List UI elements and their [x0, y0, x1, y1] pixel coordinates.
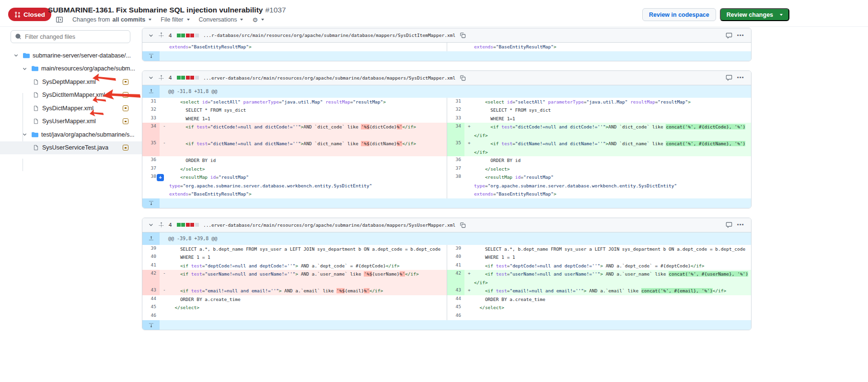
- line-number[interactable]: 32: [142, 106, 160, 115]
- line-number[interactable]: [447, 43, 464, 51]
- comment-icon[interactable]: [726, 74, 732, 81]
- diff-row: 43- <if test="email!=null and email!=''"…: [142, 287, 751, 295]
- comment-icon[interactable]: [726, 221, 732, 228]
- expand-down-button[interactable]: [142, 320, 160, 330]
- tree-folder-row[interactable]: main/resources/org/apache/subm...: [0, 62, 142, 76]
- code-line: WHERE 1=1: [474, 115, 751, 123]
- diffstat-squares: [176, 34, 199, 37]
- line-number[interactable]: 44: [447, 295, 464, 304]
- line-number[interactable]: 33: [142, 115, 160, 123]
- line-number[interactable]: 37: [447, 165, 464, 174]
- drag-handle-icon[interactable]: [158, 222, 164, 228]
- diff-row: 34- <if test="dictCode!=null and dictCod…: [142, 123, 751, 139]
- diff-row: 40 WHERE 1 = 140 WHERE 1 = 1: [142, 253, 751, 262]
- line-number[interactable]: 46: [142, 312, 160, 321]
- diff-row: 31 <select id="selectAll" parameterType=…: [142, 98, 751, 106]
- tree-label: main/resources/org/apache/subm...: [41, 65, 135, 72]
- collapse-chevron-icon[interactable]: [148, 75, 154, 81]
- line-number[interactable]: 40: [142, 253, 160, 262]
- modified-icon: [123, 118, 128, 124]
- line-number[interactable]: 37: [142, 165, 160, 174]
- chevron-down-icon: [240, 19, 243, 21]
- expand-up-button[interactable]: [142, 232, 160, 245]
- collapse-chevron-icon[interactable]: [148, 33, 154, 38]
- line-number[interactable]: 45: [142, 303, 160, 312]
- line-number[interactable]: 34: [447, 123, 464, 139]
- tree-folder-row[interactable]: test/java/org/apache/submarine/s...: [0, 128, 142, 141]
- line-number[interactable]: 46: [447, 312, 464, 321]
- kebab-menu-icon[interactable]: ⋯: [737, 31, 746, 40]
- diff-row: 36 ORDER BY id36 ORDER BY id: [142, 156, 751, 165]
- line-number[interactable]: 38: [447, 173, 464, 198]
- filter-files-box[interactable]: [11, 30, 130, 43]
- review-changes-button[interactable]: Review changes: [720, 8, 789, 21]
- tree-label: SysDictItemMapper.xml: [42, 92, 105, 98]
- diff-settings-dropdown[interactable]: ⚙: [252, 16, 264, 23]
- expand-down-button[interactable]: [142, 198, 160, 208]
- drag-handle-icon[interactable]: [158, 75, 164, 81]
- line-number[interactable]: 36: [447, 156, 464, 165]
- file-filter-dropdown[interactable]: File filter: [161, 16, 189, 23]
- file-icon: [32, 105, 40, 111]
- line-number[interactable]: [142, 43, 160, 51]
- expand-up-button[interactable]: [142, 85, 160, 98]
- modified-icon: [123, 92, 128, 98]
- line-number[interactable]: 34: [142, 123, 160, 139]
- line-number[interactable]: 35: [447, 139, 464, 156]
- line-number[interactable]: 39: [447, 245, 464, 254]
- file-path: ...erver-database/src/main/resources/org…: [203, 222, 455, 228]
- code-line: </select>: [474, 165, 751, 174]
- diff-sign: +: [468, 123, 471, 128]
- line-number[interactable]: 39: [142, 245, 160, 254]
- tree-file-row[interactable]: SysUserServiceTest.java: [0, 141, 142, 155]
- line-number[interactable]: 31: [447, 98, 464, 106]
- line-number[interactable]: 35: [142, 139, 160, 156]
- tree-file-row[interactable]: SysDeptMapper.xml: [0, 75, 142, 89]
- tree-indent-guide: [23, 159, 23, 171]
- line-number[interactable]: 43: [447, 287, 464, 295]
- line-number[interactable]: 43: [142, 287, 160, 295]
- sidebar-toggle-icon[interactable]: [56, 16, 63, 23]
- line-number[interactable]: 45: [447, 303, 464, 312]
- drag-handle-icon[interactable]: [158, 32, 164, 38]
- hunk-range-text: @@ -31,8 +31,8 @@: [160, 85, 217, 98]
- line-number[interactable]: 44: [142, 295, 160, 304]
- code-line: SELECT a.*, b.dept_name FROM sys_user a …: [474, 245, 751, 254]
- kebab-menu-icon[interactable]: ⋯: [737, 220, 746, 229]
- line-number[interactable]: 42: [447, 270, 464, 287]
- file-icon: [32, 92, 40, 98]
- copy-path-icon[interactable]: [460, 32, 466, 38]
- line-number[interactable]: 36: [142, 156, 160, 165]
- collapse-chevron-icon[interactable]: [148, 222, 154, 228]
- tree-folder-row[interactable]: submarine-server/server-database/...: [0, 49, 142, 62]
- comment-icon[interactable]: [726, 32, 732, 39]
- chevron-down-icon: [12, 53, 20, 58]
- tree-file-row[interactable]: SysDictItemMapper.xml: [0, 89, 142, 102]
- chevron-down-icon: [780, 14, 783, 16]
- kebab-menu-icon[interactable]: ⋯: [737, 73, 746, 82]
- line-number[interactable]: 40: [447, 253, 464, 262]
- line-number[interactable]: 41: [447, 262, 464, 270]
- tree-file-row[interactable]: SysUserMapper.xml: [0, 115, 142, 128]
- line-number[interactable]: 38+: [142, 173, 160, 198]
- line-number[interactable]: 41: [142, 262, 160, 270]
- tree-file-row[interactable]: SysDictMapper.xml: [0, 102, 142, 115]
- line-number[interactable]: 32: [447, 106, 464, 115]
- copy-path-icon[interactable]: [460, 222, 466, 228]
- line-number[interactable]: 33: [447, 115, 464, 123]
- line-number[interactable]: 42: [142, 270, 160, 287]
- expand-bar: [142, 198, 751, 208]
- filter-files-input[interactable]: [25, 34, 126, 40]
- changes-from-dropdown[interactable]: Changes from all commits: [72, 16, 151, 23]
- add-line-comment-button[interactable]: +: [157, 174, 164, 181]
- copy-path-icon[interactable]: [460, 75, 466, 81]
- diff-row: 32 SELECT * FROM sys_dict32 SELECT * FRO…: [142, 106, 751, 115]
- conversations-dropdown[interactable]: Conversations: [199, 16, 243, 23]
- code-line: <if test="email!=null and email!=''"> AN…: [169, 287, 447, 295]
- expand-down-button[interactable]: [142, 51, 160, 61]
- line-number[interactable]: 31: [142, 98, 160, 106]
- modified-icon: [123, 105, 128, 111]
- chevron-down-icon: [149, 19, 151, 21]
- review-in-codespace-button[interactable]: Review in codespace: [642, 8, 716, 21]
- changed-lines-count: 4: [169, 33, 172, 38]
